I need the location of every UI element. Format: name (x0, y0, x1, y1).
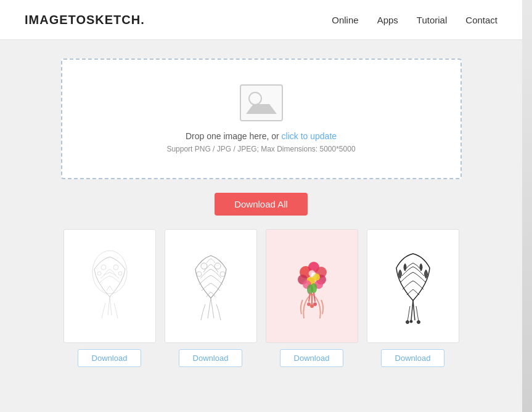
svg-line-32 (413, 301, 415, 320)
svg-point-4 (113, 265, 118, 270)
svg-line-27 (314, 293, 315, 302)
svg-point-11 (197, 272, 202, 277)
svg-line-33 (407, 306, 410, 321)
scrollbar[interactable] (522, 0, 532, 412)
download-button-3[interactable]: Download (280, 349, 344, 367)
sketch-image-1 (70, 235, 150, 337)
sketch-image-3 (272, 235, 352, 337)
svg-point-10 (215, 263, 221, 269)
svg-point-9 (201, 263, 207, 269)
image-placeholder-icon (240, 84, 283, 121)
svg-point-35 (406, 321, 409, 324)
svg-line-31 (411, 301, 413, 320)
download-all-wrapper: Download All (61, 193, 462, 216)
svg-point-28 (307, 302, 311, 306)
gallery-item: Download (266, 229, 358, 367)
gallery-image-box (63, 229, 156, 343)
dropzone[interactable]: Drop one image here, or click to update … (61, 59, 462, 179)
logo: IMAGETOSKETCH. (25, 13, 145, 27)
gallery-image-box (165, 229, 257, 343)
svg-point-30 (313, 302, 317, 306)
nav-tutorial[interactable]: Tutorial (417, 15, 447, 25)
sketch-image-2 (171, 235, 251, 337)
svg-line-2 (110, 297, 112, 315)
svg-point-29 (310, 304, 314, 308)
svg-line-1 (108, 297, 110, 315)
click-to-update-link[interactable]: click to update (282, 131, 337, 141)
gallery-item: Download (165, 229, 257, 367)
nav: Online Apps Tutorial Contact (332, 15, 497, 25)
drop-text: Drop one image here, or click to update (186, 131, 337, 141)
svg-point-37 (410, 320, 412, 323)
svg-point-23 (311, 283, 317, 293)
gallery-image-box (367, 229, 459, 343)
svg-point-24 (309, 270, 315, 277)
support-text: Support PNG / JPG / JPEG; Max Dimensions… (166, 145, 355, 153)
sketch-image-4 (373, 235, 453, 337)
svg-line-7 (208, 298, 211, 318)
svg-line-8 (211, 298, 214, 318)
nav-online[interactable]: Online (332, 15, 358, 25)
nav-apps[interactable]: Apps (377, 15, 398, 25)
main-content: Drop one image here, or click to update … (36, 40, 486, 379)
svg-point-5 (97, 272, 101, 275)
download-button-4[interactable]: Download (381, 349, 445, 367)
download-button-2[interactable]: Download (179, 349, 243, 367)
gallery-image-box-highlighted (266, 229, 358, 343)
nav-contact[interactable]: Contact (465, 15, 497, 25)
gallery-item: Download (367, 229, 459, 367)
svg-point-36 (417, 321, 420, 324)
gallery: Download (61, 229, 462, 367)
gallery-item: Download (63, 229, 156, 367)
download-all-button[interactable]: Download All (215, 193, 308, 216)
svg-point-12 (220, 272, 225, 277)
header: IMAGETOSKETCH. Online Apps Tutorial Cont… (0, 0, 522, 40)
svg-line-34 (416, 306, 419, 321)
svg-point-6 (118, 272, 122, 275)
download-button-1[interactable]: Download (78, 349, 142, 367)
svg-point-3 (101, 265, 106, 270)
